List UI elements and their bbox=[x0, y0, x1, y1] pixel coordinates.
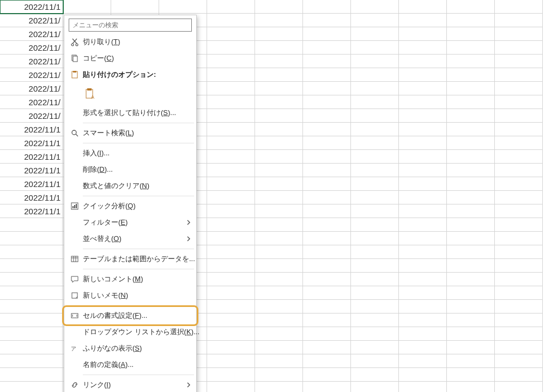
cell[interactable] bbox=[207, 286, 255, 300]
cell[interactable] bbox=[495, 82, 543, 95]
cell[interactable] bbox=[351, 109, 399, 123]
cell[interactable] bbox=[399, 341, 447, 354]
cell[interactable]: 2022/11/ bbox=[0, 109, 63, 123]
cell[interactable] bbox=[303, 382, 351, 392]
cell[interactable] bbox=[207, 177, 255, 191]
cell[interactable] bbox=[303, 150, 351, 164]
cell[interactable] bbox=[351, 327, 399, 341]
cell[interactable] bbox=[303, 204, 351, 218]
cell[interactable] bbox=[303, 136, 351, 150]
cell[interactable] bbox=[495, 41, 543, 55]
cell[interactable] bbox=[207, 354, 255, 368]
cell[interactable] bbox=[255, 300, 303, 313]
cell[interactable] bbox=[207, 123, 255, 136]
cell[interactable] bbox=[495, 95, 543, 109]
cell[interactable]: 2022/11/ bbox=[0, 55, 63, 68]
cell-a1[interactable]: 2022/11/1 bbox=[0, 0, 63, 14]
menu-cut[interactable]: 切り取り(T) bbox=[64, 34, 196, 50]
cell[interactable] bbox=[447, 232, 495, 245]
cell[interactable] bbox=[0, 273, 63, 286]
cell[interactable]: 2022/11/1 bbox=[0, 204, 63, 218]
cell[interactable] bbox=[255, 259, 303, 273]
cell[interactable] bbox=[207, 327, 255, 341]
cell[interactable] bbox=[255, 0, 303, 14]
cell[interactable] bbox=[495, 354, 543, 368]
cell[interactable] bbox=[399, 273, 447, 286]
cell[interactable] bbox=[495, 286, 543, 300]
cell[interactable] bbox=[0, 245, 63, 259]
cell[interactable] bbox=[399, 136, 447, 150]
cell[interactable] bbox=[351, 150, 399, 164]
cell[interactable] bbox=[399, 150, 447, 164]
cell[interactable] bbox=[255, 95, 303, 109]
cell[interactable] bbox=[399, 164, 447, 177]
cell[interactable] bbox=[0, 368, 63, 382]
cell[interactable] bbox=[447, 82, 495, 95]
cell[interactable] bbox=[255, 191, 303, 204]
cell[interactable] bbox=[303, 14, 351, 27]
menu-insert[interactable]: 挿入(I)... bbox=[64, 145, 196, 161]
cell[interactable] bbox=[447, 259, 495, 273]
cell[interactable] bbox=[255, 273, 303, 286]
cell[interactable] bbox=[303, 68, 351, 82]
cell[interactable] bbox=[303, 218, 351, 232]
cell[interactable]: 2022/11/ bbox=[0, 95, 63, 109]
cell[interactable] bbox=[447, 286, 495, 300]
cell[interactable]: 2022/11/1 bbox=[0, 164, 63, 177]
cell[interactable] bbox=[207, 68, 255, 82]
cell[interactable] bbox=[303, 341, 351, 354]
cell[interactable] bbox=[351, 164, 399, 177]
cell[interactable] bbox=[399, 286, 447, 300]
cell[interactable] bbox=[351, 218, 399, 232]
menu-delete[interactable]: 削除(D)... bbox=[64, 161, 196, 178]
cell[interactable]: 2022/11/ bbox=[0, 41, 63, 55]
cell[interactable] bbox=[447, 27, 495, 41]
cell[interactable] bbox=[495, 150, 543, 164]
cell[interactable] bbox=[447, 177, 495, 191]
cell[interactable] bbox=[111, 0, 159, 14]
cell[interactable] bbox=[255, 286, 303, 300]
menu-copy[interactable]: コピー(C) bbox=[64, 50, 196, 67]
cell[interactable] bbox=[447, 123, 495, 136]
cell[interactable] bbox=[207, 341, 255, 354]
cell[interactable] bbox=[0, 382, 63, 392]
cell[interactable] bbox=[495, 232, 543, 245]
cell[interactable] bbox=[207, 109, 255, 123]
cell[interactable] bbox=[0, 259, 63, 273]
menu-filter[interactable]: フィルター(E) bbox=[64, 214, 196, 231]
cell[interactable] bbox=[255, 368, 303, 382]
cell[interactable] bbox=[447, 368, 495, 382]
cell[interactable] bbox=[255, 14, 303, 27]
cell[interactable] bbox=[399, 232, 447, 245]
cell[interactable] bbox=[351, 245, 399, 259]
cell[interactable] bbox=[255, 164, 303, 177]
cell[interactable] bbox=[399, 0, 447, 14]
cell[interactable] bbox=[159, 0, 207, 14]
cell[interactable] bbox=[399, 354, 447, 368]
menu-dropdown-list[interactable]: ドロップダウン リストから選択(K)... bbox=[64, 324, 196, 340]
cell[interactable] bbox=[399, 177, 447, 191]
cell[interactable] bbox=[207, 313, 255, 327]
cell[interactable] bbox=[303, 354, 351, 368]
cell[interactable] bbox=[303, 232, 351, 245]
cell[interactable] bbox=[495, 382, 543, 392]
cell[interactable]: 2022/11/1 bbox=[0, 123, 63, 136]
cell[interactable] bbox=[447, 68, 495, 82]
cell[interactable] bbox=[495, 123, 543, 136]
cell[interactable] bbox=[399, 27, 447, 41]
cell[interactable] bbox=[255, 204, 303, 218]
cell[interactable] bbox=[351, 27, 399, 41]
cell[interactable] bbox=[399, 55, 447, 68]
cell[interactable] bbox=[447, 136, 495, 150]
cell[interactable] bbox=[255, 218, 303, 232]
cell[interactable]: 2022/11/ bbox=[0, 82, 63, 95]
cell[interactable] bbox=[255, 68, 303, 82]
cell[interactable] bbox=[447, 204, 495, 218]
cell[interactable]: 2022/11/ bbox=[0, 14, 63, 27]
cell[interactable] bbox=[255, 41, 303, 55]
cell[interactable] bbox=[351, 341, 399, 354]
cell[interactable] bbox=[351, 382, 399, 392]
cell[interactable] bbox=[351, 95, 399, 109]
cell[interactable] bbox=[495, 55, 543, 68]
menu-define-name[interactable]: 名前の定義(A)... bbox=[64, 357, 196, 373]
